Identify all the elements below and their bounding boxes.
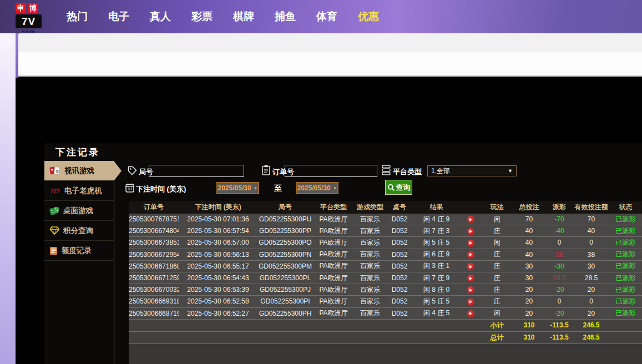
tab-points-inquiry[interactable]: 积分查询	[44, 221, 114, 241]
platform-type-select[interactable]: 1.全部 ▼	[427, 165, 517, 176]
tab-table-games[interactable]: 桌面游戏	[44, 201, 114, 221]
logo-badges: 申 博	[16, 3, 62, 13]
order-number-input[interactable]	[285, 165, 377, 177]
table-cell: GD052255300PM	[257, 262, 313, 270]
menu-item-hot[interactable]: 热门	[67, 9, 88, 24]
table-cell: 40	[513, 227, 545, 235]
table-cell: -20	[545, 310, 573, 317]
column-header: 桌号	[386, 203, 413, 212]
table-cell: 2025-05-30 06:56:13	[179, 251, 257, 259]
table-row: 2505300667186802025-05-30 06:55:17GD0522…	[129, 261, 642, 272]
menu-item-sports[interactable]: 体育	[316, 9, 337, 24]
column-header: 局号	[257, 203, 313, 212]
table-cell: 百家乐	[354, 309, 386, 318]
round-number-input[interactable]	[149, 165, 244, 177]
column-header: 有效投注额	[573, 203, 609, 212]
gem-icon	[49, 226, 59, 235]
table-cell: GD052255300PU	[257, 215, 313, 223]
table-cell: 20	[573, 310, 609, 317]
table-cell: 0	[573, 239, 609, 246]
table-cell: 闲 5 庄 5	[413, 238, 460, 247]
table-cell: -113.5	[545, 321, 573, 329]
table-cell: 百家乐	[354, 226, 386, 236]
bet-time-label: 下注时间 (美东)	[136, 184, 186, 194]
table-cell: -70	[545, 215, 573, 223]
menu-item-fishing[interactable]: 捕鱼	[275, 9, 296, 24]
table-cell: 70	[513, 215, 545, 223]
tab-label: 桌面游戏	[63, 206, 93, 216]
calendar-icon	[125, 183, 134, 193]
replay-play-button[interactable]	[467, 263, 474, 270]
replay-play-button[interactable]	[467, 240, 474, 247]
replay-play-button[interactable]	[467, 251, 474, 259]
replay-play-button[interactable]	[467, 299, 474, 306]
column-header: 结果	[413, 203, 460, 212]
table-cell: 250530066718680	[129, 262, 179, 270]
table-cell: 百家乐	[354, 215, 386, 224]
replay-play-button[interactable]	[467, 310, 474, 317]
table-cell: D052	[386, 310, 413, 317]
browser-title-bar	[16, 33, 642, 52]
table-cell: PA欧洲厅	[313, 261, 354, 271]
screen: 申 博 7V .com 热门 电子 真人 彩票 棋牌 捕鱼 体育 优惠 AG P…	[0, 0, 642, 364]
table-cell: 闲 7 庄 3	[413, 226, 460, 236]
status-badge: 已派彩	[609, 238, 642, 247]
table-cell: PA欧洲厅	[313, 274, 354, 283]
modal-title: 下注记录	[55, 146, 100, 159]
table-cell: PA欧洲厅	[313, 309, 354, 318]
table-cell: 310	[513, 321, 545, 329]
table-row: 2505300667385102025-05-30 06:57:00GD0522…	[129, 237, 642, 249]
menu-item-live[interactable]: 真人	[150, 9, 171, 24]
table-cell: 250530066700327	[129, 286, 179, 294]
tab-video-games[interactable]: 9 视讯游戏	[44, 161, 114, 181]
table-cell: 庄	[481, 261, 513, 271]
replay-play-button[interactable]	[467, 228, 474, 235]
table-cell: 20	[573, 286, 609, 294]
table-cell: 40	[513, 251, 545, 259]
menu-item-chess[interactable]: 棋牌	[233, 9, 254, 24]
menu-item-promos[interactable]: 优惠	[358, 9, 379, 24]
date-from-picker[interactable]: 2025/05/30▼	[216, 182, 259, 194]
table-cell: D052	[386, 274, 413, 282]
tab-credit-records[interactable]: 额度记录	[44, 241, 114, 261]
table-cell: 闲	[481, 238, 513, 247]
table-cell: 闲	[481, 309, 513, 318]
replay-play-button[interactable]	[467, 275, 474, 282]
table-cell: PA欧洲厅	[313, 250, 354, 259]
table-cell: 2025-05-30 06:55:17	[179, 262, 257, 270]
tab-label: 电子老虎机	[64, 186, 102, 196]
tab-slot-machines[interactable]: 777 电子老虎机	[44, 181, 114, 201]
table-cell: D052	[386, 286, 413, 294]
table-cell: 30	[513, 274, 545, 282]
status-badge: 已派彩	[609, 274, 642, 283]
status-badge: 已派彩	[609, 309, 642, 318]
top-nav-bar: 申 博 7V .com 热门 电子 真人 彩票 棋牌 捕鱼 体育 优惠	[0, 0, 642, 33]
menu-item-lottery[interactable]: 彩票	[191, 9, 213, 24]
table-cell: 20	[513, 297, 545, 305]
search-button[interactable]: 查询	[385, 180, 412, 195]
window-edge-accent	[16, 33, 18, 78]
table-cell: 250530076787515	[129, 215, 179, 223]
table-cell: 庄	[481, 226, 513, 236]
menu-item-slots[interactable]: 电子	[108, 9, 129, 24]
table-row: 2505300667480402025-05-30 06:57:54GD0522…	[129, 225, 642, 237]
date-to-picker[interactable]: 2025/05/30▼	[296, 182, 338, 194]
platform-type-label: 平台类型	[393, 167, 422, 177]
replay-play-button[interactable]	[467, 216, 474, 223]
table-cell: GD052255300PN	[257, 251, 313, 259]
table-cell: GD052255300PH	[257, 310, 313, 317]
replay-cell	[460, 274, 481, 282]
replay-cell	[460, 262, 481, 271]
clipboard-icon	[262, 165, 270, 175]
replay-play-button[interactable]	[467, 286, 474, 294]
document-icon	[49, 246, 58, 255]
table-cell: 2025-05-30 06:53:39	[179, 286, 257, 294]
site-logo[interactable]: 申 博 7V .com	[16, 3, 62, 33]
replay-cell	[460, 297, 481, 306]
table-cell: -30	[545, 262, 573, 270]
table-cell: 2025-05-30 06:54:43	[179, 274, 257, 282]
table-cell: 庄	[481, 274, 513, 283]
table-cell: 百家乐	[354, 285, 386, 295]
logo-main: 7V	[16, 14, 42, 28]
table-cell: PA欧洲厅	[313, 297, 354, 306]
